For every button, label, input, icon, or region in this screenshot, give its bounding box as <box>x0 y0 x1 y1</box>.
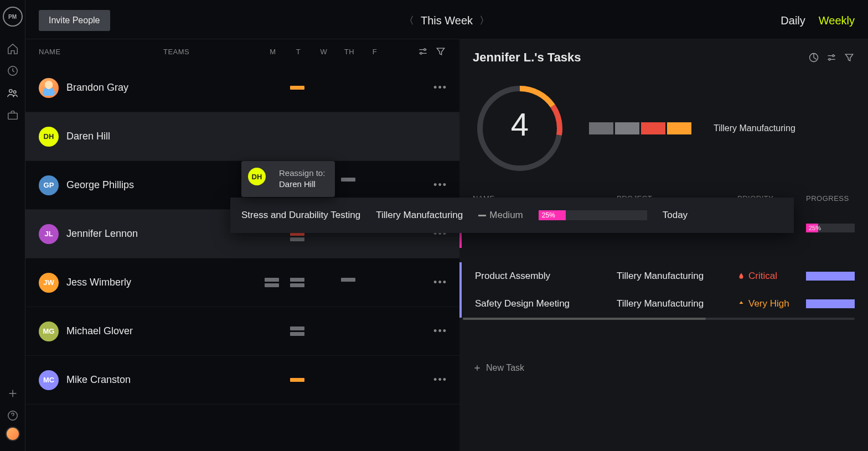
day-w: W <box>311 48 337 56</box>
person-name: Mike Cranston <box>66 374 131 386</box>
person-name: George Phillips <box>66 179 134 191</box>
filter-icon[interactable] <box>435 46 446 57</box>
person-row-jess[interactable]: JW Jess Wimberly ••• <box>25 258 459 307</box>
day-f: F <box>362 48 388 56</box>
task-row[interactable]: Product Assembly Tillery Manufacturing C… <box>459 262 868 290</box>
nav-clock-icon[interactable] <box>2 60 24 82</box>
day-t: T <box>286 48 311 56</box>
chart-icon[interactable] <box>808 52 819 63</box>
plus-icon <box>473 364 482 372</box>
avatar <box>39 78 59 98</box>
svg-point-8 <box>833 55 834 56</box>
nav-people-icon[interactable] <box>2 82 24 104</box>
nav-add-icon[interactable] <box>2 382 24 405</box>
drag-task-progress: 25% <box>539 210 647 220</box>
svg-point-2 <box>13 91 16 94</box>
person-name: Jess Wimberly <box>66 277 131 288</box>
svg-point-9 <box>829 59 830 60</box>
person-row-daren[interactable]: DH Daren Hill <box>25 112 459 161</box>
nav-briefcase-icon[interactable] <box>2 104 24 126</box>
logo[interactable]: PM <box>3 7 23 27</box>
filter-icon[interactable] <box>844 52 855 63</box>
person-row-mike[interactable]: MC Mike Cranston ••• <box>25 356 459 405</box>
nav-help-icon[interactable] <box>2 405 24 427</box>
task-project: Tillery Manufacturing <box>617 298 737 309</box>
project-summary: Tillery Manufacturing <box>714 123 795 133</box>
nav-home-icon[interactable] <box>2 38 24 60</box>
more-icon[interactable]: ••• <box>433 374 447 386</box>
topbar: Invite People 〈 This Week 〉 Daily Weekly <box>25 0 868 39</box>
column-name: NAME <box>39 48 163 56</box>
settings-icon[interactable] <box>826 52 837 63</box>
user-avatar[interactable] <box>6 427 20 441</box>
more-icon[interactable]: ••• <box>433 277 447 288</box>
avatar: JL <box>39 224 59 244</box>
person-name: Daren Hill <box>66 131 110 142</box>
svg-point-6 <box>420 53 422 54</box>
more-icon[interactable]: ••• <box>433 325 447 337</box>
drag-task-name: Stress and Durability Testing <box>241 210 360 221</box>
prev-week-icon[interactable]: 〈 <box>404 14 414 27</box>
person-row-brandon[interactable]: Brandon Gray ••• <box>25 64 459 112</box>
priority-distribution <box>589 122 691 134</box>
avatar: MC <box>39 370 59 390</box>
avatar: DH <box>248 168 266 185</box>
new-task-button[interactable]: New Task <box>459 353 868 383</box>
view-daily[interactable]: Daily <box>781 14 805 27</box>
task-progress <box>806 299 855 308</box>
person-row-michael[interactable]: MG Michael Glover ••• <box>25 307 459 356</box>
dragging-task-card[interactable]: Stress and Durability Testing Tillery Ma… <box>230 198 794 233</box>
week-navigation: 〈 This Week 〉 <box>404 14 489 27</box>
next-week-icon[interactable]: 〉 <box>479 14 489 27</box>
reassign-tooltip: DH Reassign to: Daren Hill <box>241 161 335 197</box>
task-priority: Very High <box>737 298 806 309</box>
task-count: 4 <box>473 72 567 175</box>
week-label: This Week <box>421 14 473 27</box>
svg-rect-3 <box>8 113 17 119</box>
more-icon[interactable]: ••• <box>433 82 447 94</box>
avatar: DH <box>39 127 59 147</box>
column-teams: TEAMS <box>163 48 260 56</box>
task-progress: 25% <box>806 224 855 232</box>
drag-task-project: Tillery Manufacturing <box>376 210 463 221</box>
sidebar: PM <box>0 0 25 451</box>
task-priority: Critical <box>737 271 806 282</box>
more-icon[interactable]: ••• <box>433 179 447 191</box>
svg-point-5 <box>424 49 426 50</box>
panel-title: Jennifer L.'s Tasks <box>473 50 581 65</box>
invite-button[interactable]: Invite People <box>39 10 110 31</box>
reassign-label: Reassign to: <box>279 168 325 179</box>
person-name: Michael Glover <box>66 325 133 337</box>
people-panel: NAME TEAMS M T W TH F <box>25 39 459 451</box>
task-project: Tillery Manufacturing <box>617 271 737 282</box>
settings-icon[interactable] <box>417 46 428 57</box>
avatar: JW <box>39 273 59 293</box>
person-name: Jennifer Lennon <box>66 228 138 240</box>
day-m: M <box>260 48 286 56</box>
drag-task-priority: Medium <box>478 210 523 221</box>
task-progress <box>806 272 855 281</box>
avatar: GP <box>39 175 59 195</box>
view-weekly[interactable]: Weekly <box>819 14 855 27</box>
drag-task-due: Today <box>663 210 688 221</box>
avatar: MG <box>39 322 59 341</box>
task-name: Safety Design Meeting <box>475 298 617 309</box>
task-col-progress: PROGRESS <box>806 194 849 203</box>
task-count-gauge: 4 <box>473 81 567 175</box>
day-th: TH <box>337 48 362 56</box>
person-name: Brandon Gray <box>66 82 128 94</box>
svg-point-1 <box>9 90 12 93</box>
task-name: Product Assembly <box>475 271 617 282</box>
reassign-name: Daren Hill <box>279 179 325 190</box>
task-panel: Jennifer L.'s Tasks 4 <box>459 39 868 451</box>
task-row[interactable]: Safety Design Meeting Tillery Manufactur… <box>459 290 868 318</box>
